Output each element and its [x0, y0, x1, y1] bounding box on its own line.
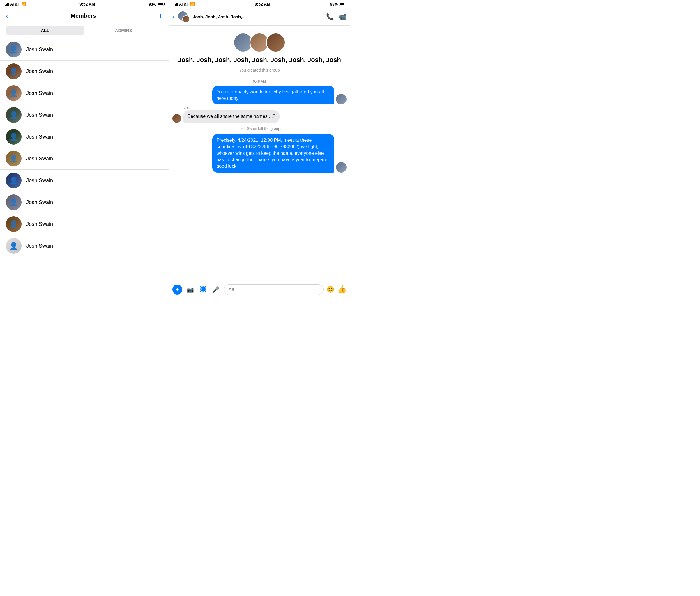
- member-name: Josh Swain: [26, 156, 53, 162]
- message-input[interactable]: [224, 284, 324, 295]
- signal-bars-icon: [174, 2, 178, 6]
- members-tab-bar: ALL ADMINS: [0, 23, 169, 39]
- add-member-button[interactable]: +: [158, 12, 163, 20]
- avatar: 👤: [6, 129, 22, 145]
- sender-avatar: [336, 162, 347, 173]
- avatar-image: 👤: [6, 63, 22, 79]
- member-name: Josh Swain: [26, 90, 53, 96]
- avatar-image: 👤: [6, 216, 22, 232]
- group-name: Josh, Josh, Josh, Josh, Josh, Josh, Josh…: [178, 56, 341, 64]
- list-item[interactable]: 👤 Josh Swain: [0, 39, 169, 60]
- member-name: Josh Swain: [26, 69, 53, 75]
- message-row: Because we all share the same names....?: [172, 110, 347, 123]
- avatar-image: 👤: [6, 173, 22, 188]
- signal-bar-4: [8, 3, 9, 6]
- signal-bar-3: [176, 3, 177, 6]
- left-status-bar: AT&T 📶 9:52 AM 93%: [0, 0, 169, 8]
- chat-body: Josh, Josh, Josh, Josh, Josh, Josh, Josh…: [169, 26, 350, 281]
- long-message-row: Precisely, 4/24/2021, 12:00 PM, meet at …: [172, 134, 347, 173]
- battery-icon: [339, 3, 345, 6]
- avatar: 👤: [6, 151, 22, 166]
- list-item[interactable]: 👤 Josh Swain: [0, 82, 169, 104]
- message-bubble-sent: You're probably wondering why I've gathe…: [212, 86, 334, 105]
- member-name: Josh Swain: [26, 178, 53, 184]
- tab-admins[interactable]: ADMINS: [84, 26, 163, 35]
- chat-avatar-group: [178, 11, 190, 23]
- avatar: 👤: [6, 107, 22, 123]
- member-name: Josh Swain: [26, 221, 53, 227]
- camera-button[interactable]: 📷: [185, 285, 195, 294]
- message-timestamp: 9:48 AM: [169, 77, 350, 86]
- sender-name-label: Josh: [172, 106, 347, 110]
- chat-input-bar: + 📷 🖼 🎤 😊 👍: [169, 281, 350, 298]
- member-name: Josh Swain: [26, 243, 53, 249]
- phone-icon[interactable]: 📞: [326, 13, 334, 21]
- carrier-label: AT&T: [179, 2, 189, 6]
- list-item[interactable]: 👤 Josh Swain: [0, 213, 169, 235]
- right-status-left: AT&T 📶: [174, 2, 195, 6]
- member-name: Josh Swain: [26, 47, 53, 53]
- message-row: You're probably wondering why I've gathe…: [172, 86, 347, 105]
- signal-bar-3: [7, 3, 8, 6]
- list-item[interactable]: 👤 Josh Swain: [0, 60, 169, 82]
- avatar: 👤: [6, 195, 22, 210]
- left-status-left: AT&T 📶: [5, 2, 26, 6]
- battery-fill: [158, 3, 163, 5]
- back-button[interactable]: ‹: [6, 12, 8, 20]
- member-name: Josh Swain: [26, 199, 53, 205]
- battery-percent-label: 93%: [149, 2, 156, 6]
- chat-back-button[interactable]: ‹: [172, 13, 175, 21]
- video-icon[interactable]: 📹: [339, 13, 347, 21]
- group-subtitle: You created this group: [239, 68, 280, 73]
- avatar-image: 👤: [6, 151, 22, 166]
- sender-avatar: [172, 114, 181, 123]
- battery-fill: [340, 3, 344, 5]
- chat-title[interactable]: Josh, Josh, Josh, Josh,...: [193, 14, 323, 19]
- list-item[interactable]: 👤 Josh Swain: [0, 191, 169, 213]
- avatar: 👤: [6, 42, 22, 57]
- avatar-image: 👤: [6, 107, 22, 123]
- avatar: 👤: [6, 63, 22, 79]
- members-title: Members: [71, 12, 96, 19]
- member-name: Josh Swain: [26, 134, 53, 140]
- signal-bar-1: [5, 5, 5, 6]
- avatar: 👤: [6, 238, 22, 254]
- messages-area: You're probably wondering why I've gathe…: [169, 86, 350, 176]
- battery-percent-label: 93%: [330, 2, 338, 6]
- add-attachment-button[interactable]: +: [172, 285, 182, 294]
- microphone-button[interactable]: 🎤: [211, 285, 221, 294]
- group-avatar-cluster: [233, 33, 286, 52]
- avatar: 👤: [6, 85, 22, 101]
- group-header: Josh, Josh, Josh, Josh, Josh, Josh, Josh…: [169, 26, 350, 77]
- list-item[interactable]: 👤 Josh Swain: [0, 104, 169, 126]
- signal-bar-2: [175, 4, 176, 6]
- avatar-image: 👤: [6, 195, 22, 210]
- left-status-right: 93%: [149, 2, 164, 6]
- like-button[interactable]: 👍: [337, 285, 347, 294]
- emoji-button[interactable]: 😊: [326, 286, 334, 293]
- message-bubble-received: Because we all share the same names....?: [183, 110, 279, 123]
- right-time: 9:52 AM: [255, 2, 270, 6]
- battery-icon: [157, 3, 164, 6]
- list-item[interactable]: 👤 Josh Swain: [0, 170, 169, 191]
- right-panel: AT&T 📶 9:52 AM 93% ‹ Josh, Josh, Josh, J…: [169, 0, 350, 298]
- member-name: Josh Swain: [26, 112, 53, 118]
- signal-bars-icon: [5, 2, 9, 6]
- system-message: Josh Swain left the group.: [172, 124, 347, 133]
- chat-nav-actions: 📞 📹: [326, 13, 347, 21]
- members-nav-bar: ‹ Members +: [0, 8, 169, 23]
- tab-all[interactable]: ALL: [6, 26, 84, 35]
- photo-library-button[interactable]: 🖼: [198, 285, 208, 294]
- list-item[interactable]: 👤 Josh Swain: [0, 235, 169, 257]
- message-bubble-long-sent: Precisely, 4/24/2021, 12:00 PM, meet at …: [212, 134, 334, 173]
- members-list: 👤 Josh Swain 👤 Josh Swain 👤 Josh Swain 👤…: [0, 39, 169, 298]
- list-item[interactable]: 👤 Josh Swain: [0, 148, 169, 170]
- carrier-label: AT&T: [10, 2, 20, 6]
- left-panel: AT&T 📶 9:52 AM 93% ‹ Members + ALL ADMIN…: [0, 0, 169, 298]
- sender-avatar: [336, 94, 347, 104]
- list-item[interactable]: 👤 Josh Swain: [0, 126, 169, 148]
- avatar-image: 👤: [6, 129, 22, 145]
- signal-bar-1: [174, 5, 174, 6]
- avatar-image: 👤: [6, 42, 22, 57]
- group-avatar-3: [266, 33, 286, 52]
